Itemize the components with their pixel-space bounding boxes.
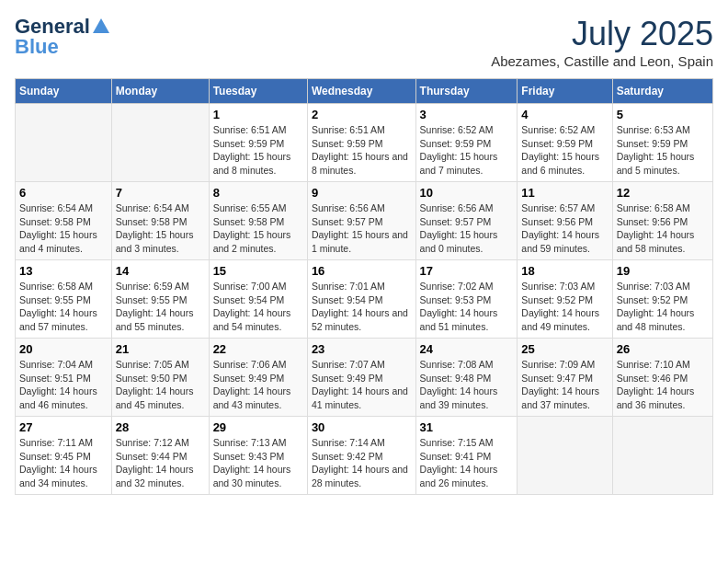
day-info: Sunrise: 6:57 AMSunset: 9:56 PMDaylight:… — [521, 201, 608, 256]
day-number: 1 — [213, 108, 303, 121]
day-info: Sunrise: 6:54 AMSunset: 9:58 PMDaylight:… — [116, 201, 205, 256]
calendar-cell: 3Sunrise: 6:52 AMSunset: 9:59 PMDaylight… — [415, 104, 518, 182]
day-number: 27 — [19, 420, 108, 434]
calendar-cell: 18Sunrise: 7:03 AMSunset: 9:52 PMDayligh… — [518, 260, 612, 339]
header-monday: Monday — [111, 79, 209, 104]
day-number: 10 — [420, 186, 514, 200]
header-row: SundayMondayTuesdayWednesdayThursdayFrid… — [16, 79, 713, 104]
logo-blue: Blue — [15, 35, 59, 59]
week-row-2: 6Sunrise: 6:54 AMSunset: 9:58 PMDaylight… — [16, 182, 713, 260]
calendar-cell — [111, 104, 209, 182]
calendar-cell: 11Sunrise: 6:57 AMSunset: 9:56 PMDayligh… — [518, 182, 612, 260]
calendar-cell: 12Sunrise: 6:58 AMSunset: 9:56 PMDayligh… — [612, 182, 712, 260]
day-number: 11 — [521, 186, 608, 200]
day-number: 2 — [312, 108, 412, 121]
day-info: Sunrise: 7:08 AMSunset: 9:48 PMDaylight:… — [420, 358, 514, 412]
day-info: Sunrise: 7:02 AMSunset: 9:53 PMDaylight:… — [420, 280, 514, 334]
calendar-cell: 1Sunrise: 6:51 AMSunset: 9:59 PMDaylight… — [209, 104, 307, 182]
calendar-cell: 29Sunrise: 7:13 AMSunset: 9:43 PMDayligh… — [209, 417, 307, 495]
day-number: 26 — [617, 342, 709, 356]
month-title: July 2025 — [491, 15, 713, 53]
calendar-cell — [518, 417, 612, 495]
title-section: July 2025 Abezames, Castille and Leon, S… — [491, 15, 713, 69]
calendar-cell: 26Sunrise: 7:10 AMSunset: 9:46 PMDayligh… — [612, 339, 712, 417]
day-info: Sunrise: 6:54 AMSunset: 9:58 PMDaylight:… — [19, 201, 108, 256]
day-number: 4 — [521, 108, 608, 121]
page-header: General Blue July 2025 Abezames, Castill… — [15, 15, 713, 69]
day-info: Sunrise: 6:51 AMSunset: 9:59 PMDaylight:… — [312, 123, 412, 178]
day-number: 9 — [312, 186, 412, 200]
week-row-5: 27Sunrise: 7:11 AMSunset: 9:45 PMDayligh… — [16, 417, 713, 495]
calendar-cell: 31Sunrise: 7:15 AMSunset: 9:41 PMDayligh… — [415, 417, 518, 495]
day-number: 31 — [420, 420, 514, 434]
day-info: Sunrise: 7:09 AMSunset: 9:47 PMDaylight:… — [521, 358, 608, 412]
calendar-cell: 13Sunrise: 6:58 AMSunset: 9:55 PMDayligh… — [16, 260, 112, 339]
header-saturday: Saturday — [612, 79, 712, 104]
day-info: Sunrise: 7:15 AMSunset: 9:41 PMDaylight:… — [420, 436, 514, 490]
day-info: Sunrise: 7:11 AMSunset: 9:45 PMDaylight:… — [19, 436, 108, 490]
day-number: 16 — [312, 264, 412, 278]
calendar-cell: 28Sunrise: 7:12 AMSunset: 9:44 PMDayligh… — [111, 417, 209, 495]
calendar-cell — [612, 417, 712, 495]
week-row-3: 13Sunrise: 6:58 AMSunset: 9:55 PMDayligh… — [16, 260, 713, 339]
calendar-cell: 23Sunrise: 7:07 AMSunset: 9:49 PMDayligh… — [307, 339, 415, 417]
day-number: 5 — [617, 108, 709, 121]
calendar-cell: 16Sunrise: 7:01 AMSunset: 9:54 PMDayligh… — [307, 260, 415, 339]
day-info: Sunrise: 7:13 AMSunset: 9:43 PMDaylight:… — [213, 436, 303, 490]
day-number: 22 — [213, 342, 303, 356]
day-number: 14 — [116, 264, 205, 278]
day-number: 12 — [617, 186, 709, 200]
day-number: 13 — [19, 264, 108, 278]
day-info: Sunrise: 7:01 AMSunset: 9:54 PMDaylight:… — [312, 280, 412, 334]
calendar-cell: 4Sunrise: 6:52 AMSunset: 9:59 PMDaylight… — [518, 104, 612, 182]
day-number: 23 — [312, 342, 412, 356]
day-info: Sunrise: 6:52 AMSunset: 9:59 PMDaylight:… — [420, 123, 514, 178]
day-number: 15 — [213, 264, 303, 278]
day-info: Sunrise: 7:03 AMSunset: 9:52 PMDaylight:… — [521, 280, 608, 334]
calendar-cell: 5Sunrise: 6:53 AMSunset: 9:59 PMDaylight… — [612, 104, 712, 182]
calendar-cell: 2Sunrise: 6:51 AMSunset: 9:59 PMDaylight… — [307, 104, 415, 182]
day-info: Sunrise: 7:12 AMSunset: 9:44 PMDaylight:… — [116, 436, 205, 490]
day-info: Sunrise: 7:14 AMSunset: 9:42 PMDaylight:… — [312, 436, 412, 490]
calendar-cell: 25Sunrise: 7:09 AMSunset: 9:47 PMDayligh… — [518, 339, 612, 417]
calendar-cell: 10Sunrise: 6:56 AMSunset: 9:57 PMDayligh… — [415, 182, 518, 260]
location-title: Abezames, Castille and Leon, Spain — [491, 53, 713, 69]
calendar-cell: 24Sunrise: 7:08 AMSunset: 9:48 PMDayligh… — [415, 339, 518, 417]
day-number: 29 — [213, 420, 303, 434]
svg-marker-0 — [93, 18, 109, 33]
day-info: Sunrise: 7:03 AMSunset: 9:52 PMDaylight:… — [617, 280, 709, 334]
calendar-cell: 8Sunrise: 6:55 AMSunset: 9:58 PMDaylight… — [209, 182, 307, 260]
header-thursday: Thursday — [415, 79, 518, 104]
calendar-cell: 21Sunrise: 7:05 AMSunset: 9:50 PMDayligh… — [111, 339, 209, 417]
day-number: 24 — [420, 342, 514, 356]
header-wednesday: Wednesday — [307, 79, 415, 104]
day-info: Sunrise: 7:05 AMSunset: 9:50 PMDaylight:… — [116, 358, 205, 412]
day-number: 28 — [116, 420, 205, 434]
logo: General Blue — [15, 15, 111, 59]
day-number: 6 — [19, 186, 108, 200]
day-info: Sunrise: 6:53 AMSunset: 9:59 PMDaylight:… — [617, 123, 709, 178]
header-friday: Friday — [518, 79, 612, 104]
day-info: Sunrise: 7:10 AMSunset: 9:46 PMDaylight:… — [617, 358, 709, 412]
day-number: 8 — [213, 186, 303, 200]
day-number: 3 — [420, 108, 514, 121]
day-info: Sunrise: 6:56 AMSunset: 9:57 PMDaylight:… — [312, 201, 412, 256]
header-tuesday: Tuesday — [209, 79, 307, 104]
week-row-4: 20Sunrise: 7:04 AMSunset: 9:51 PMDayligh… — [16, 339, 713, 417]
day-info: Sunrise: 7:00 AMSunset: 9:54 PMDaylight:… — [213, 280, 303, 334]
day-info: Sunrise: 7:04 AMSunset: 9:51 PMDaylight:… — [19, 358, 108, 412]
calendar-cell: 30Sunrise: 7:14 AMSunset: 9:42 PMDayligh… — [307, 417, 415, 495]
day-number: 30 — [312, 420, 412, 434]
day-info: Sunrise: 6:56 AMSunset: 9:57 PMDaylight:… — [420, 201, 514, 256]
calendar-cell: 9Sunrise: 6:56 AMSunset: 9:57 PMDaylight… — [307, 182, 415, 260]
week-row-1: 1Sunrise: 6:51 AMSunset: 9:59 PMDaylight… — [16, 104, 713, 182]
day-number: 17 — [420, 264, 514, 278]
day-number: 21 — [116, 342, 205, 356]
calendar-cell: 20Sunrise: 7:04 AMSunset: 9:51 PMDayligh… — [16, 339, 112, 417]
calendar-cell — [16, 104, 112, 182]
day-number: 18 — [521, 264, 608, 278]
calendar-cell: 7Sunrise: 6:54 AMSunset: 9:58 PMDaylight… — [111, 182, 209, 260]
calendar-cell: 15Sunrise: 7:00 AMSunset: 9:54 PMDayligh… — [209, 260, 307, 339]
calendar-cell: 6Sunrise: 6:54 AMSunset: 9:58 PMDaylight… — [16, 182, 112, 260]
calendar-cell: 27Sunrise: 7:11 AMSunset: 9:45 PMDayligh… — [16, 417, 112, 495]
